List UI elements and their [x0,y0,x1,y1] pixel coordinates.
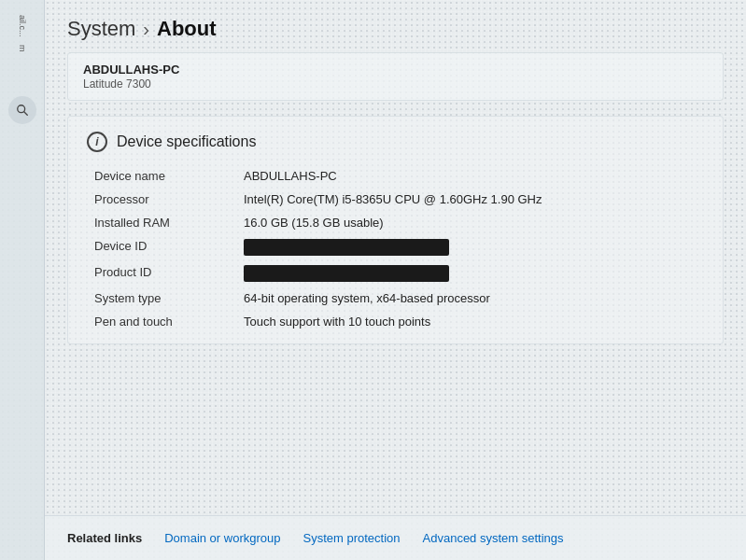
spec-value-ram: 16.0 GB (15.8 GB usable) [244,216,704,230]
sidebar-label-1: ail.c... [18,15,27,37]
search-button[interactable] [8,96,36,124]
specs-header: i Device specifications [87,132,704,152]
search-icon [16,104,29,117]
specs-title: Device specifications [117,133,256,150]
spec-label-device-id: Device ID [94,239,244,256]
breadcrumb-separator: › [143,19,149,40]
spec-value-pen-touch: Touch support with 10 touch points [244,315,704,329]
breadcrumb-parent[interactable]: System [67,17,135,41]
link-advanced-system-settings[interactable]: Advanced system settings [423,531,564,545]
spec-label-ram: Installed RAM [94,216,244,230]
spec-label-processor: Processor [94,192,244,206]
device-model: Latitude 7300 [83,77,708,91]
spec-value-system-type: 64-bit operating system, x64-based proce… [244,291,704,305]
info-icon: i [87,132,107,152]
link-domain-workgroup[interactable]: Domain or workgroup [164,531,280,545]
device-specs-section: i Device specifications Device name ABDU… [67,116,724,344]
spec-label-system-type: System type [94,291,244,305]
device-card: ABDULLAHS-PC Latitude 7300 [67,52,724,101]
spec-value-device-id [244,239,704,256]
sidebar: ail.c... m [0,0,45,560]
svg-line-1 [23,112,27,116]
spec-value-device-name: ABDULLAHS-PC [244,169,704,183]
spec-label-pen-touch: Pen and touch [94,315,244,329]
breadcrumb: System › About [67,17,724,41]
spec-value-product-id [244,265,704,282]
redacted-product-id [244,265,449,282]
spec-value-processor: Intel(R) Core(TM) i5-8365U CPU @ 1.60GHz… [244,192,704,206]
link-system-protection[interactable]: System protection [303,531,400,545]
redacted-device-id [244,239,449,256]
spec-label-device-name: Device name [94,169,244,183]
device-hostname: ABDULLAHS-PC [83,63,708,77]
spec-label-product-id: Product ID [94,265,244,282]
sidebar-label-2: m [18,45,27,52]
related-links-bar: Related links Domain or workgroup System… [45,515,746,560]
page-header: System › About [45,0,746,52]
breadcrumb-current: About [157,17,217,41]
related-links-heading: Related links [67,531,142,545]
content-area: ABDULLAHS-PC Latitude 7300 i Device spec… [45,52,746,515]
specs-table: Device name ABDULLAHS-PC Processor Intel… [87,169,704,329]
main-content: System › About ABDULLAHS-PC Latitude 730… [45,0,746,560]
